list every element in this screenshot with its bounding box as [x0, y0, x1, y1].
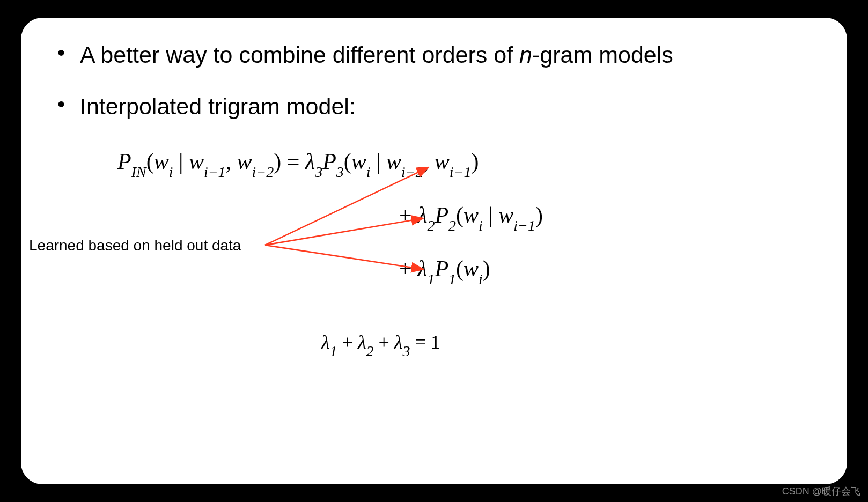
equals-one: = 1 [410, 331, 440, 353]
sym-w: w [189, 149, 204, 174]
paren: ( [146, 149, 154, 174]
paren: ( [344, 149, 351, 174]
sym-w: w [386, 149, 401, 174]
formula-line-1: PIN(wi | wi−1, wi−2) = λ3P3(wi | wi−2, w… [117, 149, 479, 178]
sub-2: 2 [366, 343, 374, 359]
bullet-2-text: Interpolated trigram model: [80, 93, 356, 119]
sym-P: P [435, 256, 448, 281]
paren: ) [471, 149, 479, 174]
sym-lambda: λ [305, 149, 315, 174]
sub-1: 1 [330, 343, 337, 359]
bullet-2: Interpolated trigram model: [53, 91, 815, 122]
paren: ( [456, 203, 464, 227]
paren: ) [535, 203, 543, 227]
sym-w: w [351, 149, 366, 174]
sub-i: i [366, 164, 371, 180]
sub-i: i [479, 217, 483, 234]
bar: | [371, 149, 386, 174]
sym-w: w [464, 203, 479, 227]
comma: , [423, 149, 435, 174]
sym-lambda: λ [321, 331, 330, 353]
paren: ) [274, 149, 281, 174]
sym-lambda: λ [358, 331, 366, 353]
sub-3: 3 [402, 343, 410, 359]
bar: | [173, 149, 188, 174]
sub-i2: i−2 [252, 164, 274, 180]
sub-i2: i−2 [401, 164, 423, 180]
sub-2: 2 [427, 217, 435, 234]
formula-line-2: + λ2P2(wi | wi−1) [399, 202, 543, 231]
equals: = [281, 149, 305, 174]
sub-i: i [169, 164, 173, 180]
comma: , [226, 149, 237, 174]
formula-line-3: + λ1P1(wi) [399, 256, 490, 285]
sym-P: P [117, 149, 131, 174]
bullet-1-prefix: A better way to combine different orders… [80, 42, 519, 68]
sub-1: 1 [448, 271, 456, 287]
annotation-label: Learned based on held out data [29, 237, 241, 254]
sub-3: 3 [315, 164, 322, 180]
sym-w: w [237, 149, 252, 174]
plus: + [399, 256, 417, 281]
sym-P: P [322, 149, 336, 174]
sub-i1: i−1 [450, 164, 472, 180]
plus: + [337, 331, 358, 353]
sub-3: 3 [336, 164, 344, 180]
sym-lambda: λ [417, 256, 427, 281]
sym-w: w [435, 149, 450, 174]
bullet-1-suffix: -gram models [532, 42, 673, 68]
slide-card: A better way to combine different orders… [21, 18, 847, 484]
bullet-1-italic-n: n [519, 42, 532, 68]
paren: ( [456, 256, 464, 281]
sub-IN: IN [131, 164, 146, 180]
sym-w: w [464, 256, 479, 281]
paren: ) [483, 256, 490, 281]
sub-2: 2 [448, 217, 456, 234]
bullet-1: A better way to combine different orders… [53, 39, 815, 70]
sym-lambda: λ [417, 203, 427, 227]
sub-i: i [479, 271, 483, 287]
formula-constraint: λ1 + λ2 + λ3 = 1 [321, 331, 440, 357]
bullet-list: A better way to combine different orders… [53, 39, 815, 122]
plus: + [399, 203, 417, 227]
watermark: CSDN @暖仔会飞 [782, 485, 860, 498]
sub-i1: i−1 [513, 217, 535, 234]
bar: | [483, 203, 498, 227]
sym-w: w [154, 149, 169, 174]
sub-i1: i−1 [204, 164, 226, 180]
sym-w: w [498, 203, 513, 227]
sym-P: P [435, 203, 448, 227]
sym-lambda: λ [394, 331, 403, 353]
plus: + [374, 331, 394, 353]
sub-1: 1 [427, 271, 435, 287]
